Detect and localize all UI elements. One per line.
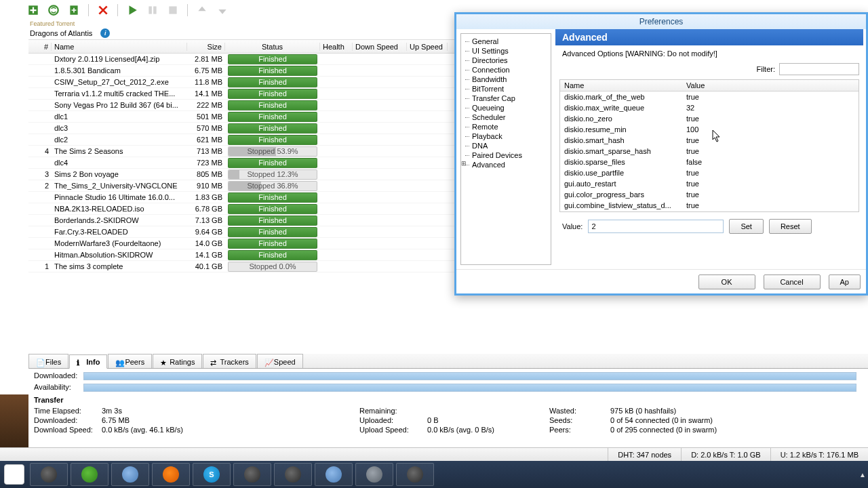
col-down-speed[interactable]: Down Speed — [353, 43, 407, 51]
row-name: Dxtory 2.0.119 Licensed[A4].zip — [52, 55, 187, 63]
taskbar-app[interactable] — [233, 463, 271, 486]
seeds-value: 0 of 54 connected (0 in swarm) — [610, 416, 719, 424]
row-status: Finished — [225, 89, 320, 99]
adv-row[interactable]: diskio.smart_sparse_hashtrue — [560, 146, 859, 157]
row-size: 621 MB — [187, 136, 225, 144]
tree-node[interactable]: DNA — [462, 141, 549, 150]
tree-node[interactable]: Remote — [462, 122, 549, 131]
adv-row[interactable]: diskio.smart_hashtrue — [560, 135, 859, 146]
set-button[interactable]: Set — [729, 219, 764, 234]
tree-node[interactable]: BitTorrent — [462, 84, 549, 94]
peers-label: Peers: — [549, 426, 610, 434]
tab-ratings[interactable]: ★Ratings — [153, 354, 202, 368]
taskbar-app[interactable] — [111, 463, 149, 486]
start-button-icon[interactable] — [4, 464, 24, 485]
row-status: Finished — [225, 112, 320, 122]
filter-label: Filter: — [757, 65, 776, 73]
cancel-button[interactable]: Cancel — [764, 274, 821, 289]
pause-icon[interactable] — [146, 4, 159, 16]
adv-col-name[interactable]: Name — [560, 80, 682, 91]
adv-row[interactable]: diskio.mark_of_the_webtrue — [560, 92, 859, 102]
tree-node[interactable]: Scheduler — [462, 113, 549, 122]
stop-icon[interactable] — [167, 4, 179, 16]
advanced-options-table[interactable]: Name Value diskio.mark_of_the_webtruedis… — [559, 79, 859, 212]
apply-button[interactable]: Ap — [829, 274, 861, 289]
wasted-label: Wasted: — [549, 407, 610, 415]
adv-row[interactable]: diskio.no_zerotrue — [560, 113, 859, 124]
taskbar-app[interactable] — [315, 463, 353, 486]
move-up-icon[interactable] — [196, 4, 208, 16]
tree-node[interactable]: Transfer Cap — [462, 94, 549, 103]
remove-icon[interactable] — [97, 4, 109, 16]
row-status: Finished — [225, 100, 320, 110]
adv-row[interactable]: diskio.sparse_filesfalse — [560, 157, 859, 167]
tree-node[interactable]: Advanced — [462, 160, 549, 169]
taskbar-app[interactable] — [30, 463, 68, 486]
taskbar-app-steam[interactable] — [396, 463, 434, 486]
col-up-speed[interactable]: Up Speed — [407, 43, 448, 51]
add-torrent-icon[interactable] — [27, 4, 39, 16]
filter-input[interactable] — [779, 63, 859, 75]
tab-info[interactable]: ℹInfo — [69, 354, 107, 369]
create-torrent-icon[interactable] — [68, 4, 80, 16]
adv-row[interactable]: diskio.resume_min100 — [560, 124, 859, 135]
col-health[interactable]: Health — [320, 43, 353, 51]
tree-node[interactable]: UI Settings — [462, 46, 549, 56]
info-tab-icon: ℹ — [77, 359, 83, 365]
reset-button[interactable]: Reset — [769, 219, 812, 234]
preferences-dialog: Preferences GeneralUI SettingsDirectorie… — [454, 12, 868, 296]
adv-row[interactable]: diskio.max_write_queue32 — [560, 102, 859, 113]
tree-node[interactable]: Connection — [462, 65, 549, 75]
status-up[interactable]: U: 1.2 kB/s T: 176.1 MB — [770, 448, 868, 461]
row-size: 14.1 MB — [187, 89, 225, 98]
add-url-icon[interactable] — [47, 4, 60, 16]
taskbar-app[interactable] — [355, 463, 393, 486]
transfer-heading: Transfer — [34, 396, 863, 404]
preferences-tree[interactable]: GeneralUI SettingsDirectoriesConnectionB… — [460, 33, 551, 265]
tree-node[interactable]: Playback — [462, 131, 549, 141]
row-size: 222 MB — [187, 101, 225, 109]
taskbar-app[interactable] — [274, 463, 312, 486]
adv-row[interactable]: gui.combine_listview_status_d...true — [560, 200, 859, 211]
status-dht[interactable]: DHT: 347 nodes — [608, 448, 681, 461]
tab-files[interactable]: 📄Files — [28, 354, 68, 368]
featured-title[interactable]: Dragons of Atlantis — [30, 29, 92, 37]
adv-row[interactable]: gui.auto_restarttrue — [560, 178, 859, 189]
row-name: dlc4 — [52, 159, 187, 167]
info-icon[interactable]: i — [100, 28, 110, 38]
tab-peers[interactable]: 👥Peers — [108, 354, 152, 368]
row-name: Sony Vegas Pro 12 Build 367 (64 bi... — [52, 101, 187, 109]
row-size: 40.1 GB — [187, 262, 225, 270]
start-icon[interactable] — [126, 4, 138, 16]
taskbar-app-utorrent[interactable] — [71, 463, 108, 486]
row-status: Finished — [225, 204, 320, 214]
status-down[interactable]: D: 2.0 kB/s T: 1.0 GB — [681, 448, 770, 461]
tab-trackers[interactable]: ⇄Trackers — [203, 354, 256, 368]
tree-node[interactable]: Queueing — [462, 103, 549, 113]
col-size[interactable]: Size — [187, 43, 225, 51]
col-name[interactable]: Name — [52, 43, 187, 51]
adv-row[interactable]: gui.color_progress_barstrue — [560, 189, 859, 200]
taskbar-app-firefox[interactable] — [152, 463, 190, 486]
tree-node[interactable]: Directories — [462, 56, 549, 65]
chevron-up-icon[interactable]: ▲ — [857, 463, 868, 486]
tree-node[interactable]: General — [462, 37, 549, 46]
col-status[interactable]: Status — [225, 43, 320, 51]
windows-taskbar[interactable]: S ▲ — [0, 461, 868, 488]
ok-button[interactable]: OK — [698, 274, 755, 289]
row-num: 3 — [28, 170, 52, 178]
files-icon: 📄 — [36, 359, 43, 365]
adv-col-value[interactable]: Value — [682, 80, 859, 91]
move-down-icon[interactable] — [216, 4, 229, 16]
value-input[interactable] — [588, 220, 724, 233]
col-num[interactable]: # — [28, 43, 52, 51]
adv-row[interactable]: diskio.use_partfiletrue — [560, 167, 859, 178]
tree-node[interactable]: Paired Devices — [462, 150, 549, 160]
downloaded-label: Downloaded: — [34, 416, 102, 424]
row-name: The sims 3 complete — [52, 262, 187, 270]
adv-row[interactable]: gui.compat_diropenfalse — [560, 211, 859, 212]
tab-speed[interactable]: 📈Speed — [257, 354, 303, 368]
tree-node[interactable]: Bandwidth — [462, 75, 549, 84]
detail-tabs: 📄Files ℹInfo 👥Peers ★Ratings ⇄Trackers 📈… — [28, 354, 868, 369]
taskbar-app-skype[interactable]: S — [193, 463, 231, 486]
